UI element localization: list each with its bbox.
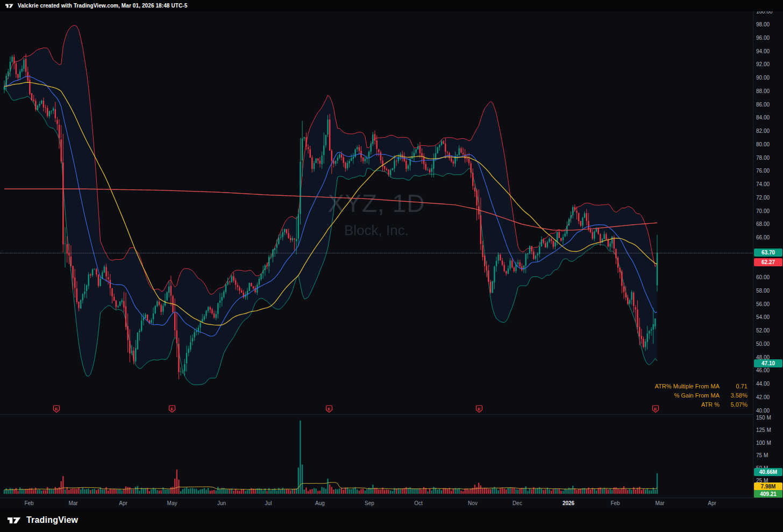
volume-value-label: 7.98M [754,483,782,491]
atr-info-panel: ATR% Multiple From MA 0.71 % Gain From M… [655,382,748,408]
atr-percent-value: 5.07% [728,401,748,408]
price-tick: 46.00 [756,367,770,373]
atr-percent-label: ATR % [701,401,720,408]
gain-from-ma-label: % Gain From MA [674,392,720,399]
price-tick: 76.00 [756,168,770,174]
time-axis-label: Apr [708,500,716,506]
current-price-label: 63.70 [754,249,782,257]
price-tick: 60.00 [756,274,770,280]
attribution-bar: Valckrie created with TradingView.com, M… [0,0,783,11]
price-tick: 90.00 [756,75,770,81]
price-pane[interactable]: XYZ, 1D Block, Inc. ATR% Multiple From M… [0,11,753,414]
price-tick: 82.00 [756,128,770,134]
volume-tick: 75 M [756,452,768,458]
time-axis-label: Aug [315,500,325,506]
atr-multiple-label: ATR% Multiple From MA [655,383,720,389]
time-axis[interactable]: FebMarAprMayJunJulAugSepOctNovDec2026Feb… [0,498,783,508]
time-axis-label: Feb [24,500,33,506]
earnings-icon[interactable]: E [475,405,483,413]
tradingview-wordmark[interactable]: TradingView [26,515,78,525]
time-axis-label: Apr [119,500,127,506]
earnings-icon[interactable]: E [53,405,60,413]
price-tick: 40.00 [756,408,770,414]
atr-percent-row: ATR % 5.07% [655,401,748,408]
tradingview-icon [5,3,14,9]
time-axis-label: Mar [655,500,664,506]
time-axis-label: 2026 [563,500,574,506]
earnings-icon[interactable]: E [652,405,659,413]
price-tick: 70.00 [756,208,770,214]
price-tick: 98.00 [756,22,770,27]
price-tick: 52.00 [756,328,770,334]
time-axis-label: Jul [265,500,272,506]
price-tick: 78.00 [756,155,770,161]
atr-multiple-value: 0.71 [728,383,748,389]
price-tick: 66.00 [756,235,770,240]
price-tick: 88.00 [756,88,770,94]
volume-value-label: 40.66M [754,468,782,476]
time-axis-label: Sep [365,500,374,506]
indicator-price-label: 47.10 [754,359,782,367]
tradingview-chart-app: Valckrie created with TradingView.com, M… [0,0,783,532]
price-tick: 80.00 [756,141,770,147]
volume-chart-canvas[interactable] [0,415,753,498]
volume-pane[interactable] [0,414,753,498]
price-tick: 58.00 [756,288,770,294]
volume-value-label: 409.21 [754,490,782,498]
price-tick: 86.00 [756,102,770,108]
volume-tick: 100 M [756,440,771,446]
svg-text:E: E [654,407,657,412]
time-axis-label: Nov [468,500,478,506]
price-chart-canvas[interactable] [0,11,753,414]
price-tick: 44.00 [756,381,770,387]
time-axis-label: Jun [217,500,226,506]
volume-tick: 125 M [756,427,771,433]
price-tick: 68.00 [756,221,770,227]
gain-from-ma-row: % Gain From MA 3.58% [655,392,748,399]
price-tick: 56.00 [756,301,770,307]
time-axis-label: Mar [68,500,77,506]
svg-text:E: E [170,407,174,412]
svg-text:E: E [328,407,331,412]
time-axis-label: Oct [414,500,423,506]
price-tick: 54.00 [756,314,770,320]
price-tick: 94.00 [756,48,770,54]
price-tick: 42.00 [756,394,770,400]
chart-credit-text: Valckrie created with TradingView.com, M… [18,3,187,9]
footer-bar: TradingView [0,508,783,532]
price-tick: 96.00 [756,35,770,41]
time-axis-label: May [167,500,177,506]
atr-multiple-row: ATR% Multiple From MA 0.71 [655,382,748,390]
earnings-icon[interactable]: E [325,405,333,413]
svg-text:E: E [55,407,58,412]
tradingview-logo[interactable] [8,516,22,524]
time-axis-label: Dec [512,500,522,506]
volume-tick: 150 M [756,415,771,421]
gain-from-ma-value: 3.58% [728,392,748,399]
svg-text:E: E [478,407,481,412]
price-axis[interactable]: 100.0098.0096.0094.0092.0090.0088.0086.0… [753,11,783,498]
price-tick: 74.00 [756,181,770,187]
time-axis-label: Feb [610,500,620,506]
price-tick: 50.00 [756,341,770,347]
earnings-icon[interactable]: E [168,405,176,413]
current-price-line [0,253,753,253]
price-tick: 92.00 [756,61,770,67]
price-tick: 72.00 [756,195,770,201]
indicator-price-label: 62.27 [754,258,782,266]
price-tick: 84.00 [756,115,770,120]
